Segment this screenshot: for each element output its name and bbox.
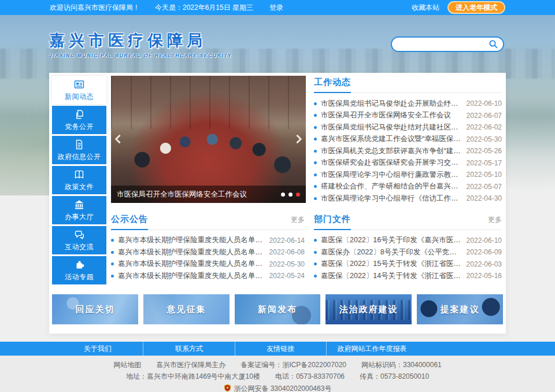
topbar: 欢迎访问嘉兴市医疗保障局！ 今天是：2022年6月15日 星期三 登录 收藏本站… <box>0 0 555 15</box>
address-text: 地址：嘉兴市中环南路1469号中南大厦10楼 <box>126 372 260 380</box>
sidebar-item-policy-files[interactable]: 政策文件 <box>52 166 106 194</box>
bullet-icon <box>314 185 317 188</box>
newspaper-icon <box>73 79 85 90</box>
footer-nav-contact[interactable]: 联系方式 <box>143 342 234 356</box>
book-icon <box>73 169 85 180</box>
sidebar-item-party-affairs[interactable]: 党务公开 <box>52 106 106 134</box>
carousel-next-icon[interactable] <box>293 135 302 144</box>
current-date: 今天是：2022年6月15日 星期三 <box>155 3 253 13</box>
news-item[interactable]: 市医保局党组书记马俊华赴结对共建社区指导全国文... 2022-06-02 <box>314 121 502 134</box>
elder-mode-button[interactable]: 进入老年模式 <box>447 1 505 14</box>
bullet-icon <box>111 262 114 265</box>
dept-files-more-link[interactable]: 更多 <box>488 215 502 230</box>
sidebar: 新闻动态 党务公开 政府信息公开 <box>52 76 106 286</box>
dept-files-list: 嘉医保〔2022〕16号关于印发《嘉兴市医疗保... 2022-06-10 嘉医… <box>314 235 502 282</box>
document-icon <box>73 139 85 150</box>
icp-number: 备案证编号：浙ICP备2022007020 <box>240 361 346 369</box>
news-item[interactable]: 搭建校企合作、产学研相结合的平台嘉兴市长期护理... 2022-05-07 <box>314 181 502 193</box>
work-news-section: 工作动态 市医保局党组书记马俊华赴企开展助企纾困活动 2022-06-10 <box>312 76 503 205</box>
site-title: 嘉兴市医疗保障局 <box>49 30 232 51</box>
public-security-link[interactable]: 浙公网安备 33040202000463号 <box>234 384 332 392</box>
bullet-icon <box>314 197 317 200</box>
bullet-icon <box>314 150 317 153</box>
banner-rule-of-law[interactable]: 法治政府建设 <box>325 294 412 324</box>
news-carousel[interactable]: 市医保局召开全市医保网络安全工作会议 <box>111 76 306 203</box>
notices-list: 嘉兴市本级长期护理保险重度失能人员名单公示（2... 2022-06-14 嘉兴… <box>111 235 305 282</box>
dept-files-section: 部门文件 更多 嘉医保〔2022〕16号关于印发《嘉兴市医疗保... 2022-… <box>312 213 503 282</box>
carousel-dot[interactable] <box>281 193 285 197</box>
search-box <box>391 36 504 52</box>
bank-icon <box>73 199 85 210</box>
page: 欢迎访问嘉兴市医疗保障局！ 今天是：2022年6月15日 星期三 登录 收藏本站… <box>0 0 555 392</box>
carousel-caption[interactable]: 市医保局召开全市医保网络安全工作会议 <box>117 190 276 199</box>
banner-news-release[interactable]: 新闻发布 <box>235 294 321 324</box>
news-item[interactable]: 市医保局召开全市医保网络安全工作会议 2022-06-07 <box>314 110 502 122</box>
footer-nav: 关于我们 联系方式 友情链接 政府网站工作年度报表 <box>0 342 555 356</box>
banner-row: 回应关切 意见征集 新闻发布 法治政府建设 提案建议 <box>52 294 503 324</box>
puzzle-icon <box>73 259 85 271</box>
bullet-icon <box>314 102 317 105</box>
sidebar-item-service-hall[interactable]: 办事大厅 <box>52 196 106 224</box>
work-news-list: 市医保局党组书记马俊华赴企开展助企纾困活动 2022-06-10 市医保局召开全… <box>314 98 502 205</box>
notices-section: 公示公告 更多 嘉兴市本级长期护理保险重度失能人员名单公示（2... 2022-… <box>111 213 306 282</box>
notice-item[interactable]: 嘉兴市本级长期护理保险重度失能人员名单公示（2... 2022-06-14 <box>111 235 305 247</box>
bullet-icon <box>314 138 317 140</box>
footer-nav-annual-report[interactable]: 政府网站工作年度报表 <box>326 342 417 356</box>
bullet-icon <box>314 161 317 164</box>
bullet-icon <box>314 275 317 278</box>
bullet-icon <box>314 173 317 176</box>
work-news-title[interactable]: 工作动态 <box>314 77 351 93</box>
site-subtitle: JIAXING MUNICIPAL BUREAU OF HEALTHCARE S… <box>49 53 232 58</box>
dept-files-title[interactable]: 部门文件 <box>314 214 351 230</box>
documents-icon <box>73 109 85 120</box>
sidebar-item-label: 互动交流 <box>65 242 94 252</box>
sidebar-item-label: 新闻动态 <box>65 92 94 102</box>
favorite-link[interactable]: 收藏本站 <box>412 3 439 13</box>
bullet-icon <box>314 262 317 265</box>
news-item[interactable]: 市医保局理论学习中心组举行廉政警示教育专题学习... 2022-05-10 <box>314 169 502 181</box>
news-item[interactable]: 市医保局机关党总支部获评嘉兴市争创“建设清廉机... 2022-05-26 <box>314 145 502 157</box>
bullet-icon <box>314 251 317 254</box>
chat-icon <box>73 229 85 241</box>
sidebar-item-gov-info[interactable]: 政府信息公开 <box>52 136 106 164</box>
notice-item[interactable]: 嘉兴市本级长期护理保险重度失能人员名单公示（2... 2022-05-30 <box>111 258 305 271</box>
sidebar-item-interaction[interactable]: 互动交流 <box>52 226 106 254</box>
bullet-icon <box>111 239 114 242</box>
site-id-number: 网站标识码：3304000061 <box>361 361 442 369</box>
sidebar-item-label: 政府信息公开 <box>58 152 101 162</box>
fax-text: 传真：0573-82050010 <box>360 372 429 380</box>
banner-respond-concerns[interactable]: 回应关切 <box>52 294 138 324</box>
news-item[interactable]: 市医保局理论学习中心组举行《信访工作条例》专题... 2022-04-30 <box>314 193 502 205</box>
sidebar-item-special-topics[interactable]: 活动专题 <box>52 256 106 284</box>
banner-opinion-collection[interactable]: 意见征集 <box>143 294 230 324</box>
bullet-icon <box>111 251 114 254</box>
dept-file-item[interactable]: 嘉医保〔2022〕14号关于转发《浙江省医疗保... 2022-05-16 <box>314 270 502 282</box>
phone-text: 电话：0573-83370706 <box>275 372 345 380</box>
site-logo: 嘉兴市医疗保障局 JIAXING MUNICIPAL BUREAU OF HEA… <box>49 30 232 58</box>
carousel-prev-icon[interactable] <box>115 135 124 144</box>
sitemap-link[interactable]: 网站地图 <box>113 361 141 369</box>
host-text: 嘉兴市医疗保障局主办 <box>156 361 225 369</box>
notices-more-link[interactable]: 更多 <box>291 215 305 230</box>
search-input[interactable] <box>399 40 488 48</box>
footer-nav-about[interactable]: 关于我们 <box>52 342 143 356</box>
footer-nav-links[interactable]: 友情链接 <box>235 342 326 356</box>
bullet-icon <box>314 114 317 117</box>
notice-item[interactable]: 嘉兴市本级长期护理保险重度失能人员名单公示（2... 2022-05-24 <box>111 270 305 282</box>
news-item[interactable]: 嘉兴市医保系统党建工作会议暨“幸福医保”党建联... 2022-05-30 <box>314 134 502 146</box>
dept-file-item[interactable]: 嘉医保〔2022〕15号关于转发《浙江省医疗保... 2022-06-03 <box>314 258 502 271</box>
search-icon[interactable] <box>488 39 498 49</box>
news-item[interactable]: 市医保研究会赴省医保研究会开展学习交流活动 2022-05-17 <box>314 157 502 169</box>
carousel-dot[interactable] <box>288 193 293 197</box>
dept-file-item[interactable]: 嘉医保〔2022〕16号关于印发《嘉兴市医疗保... 2022-06-10 <box>314 235 502 247</box>
banner-proposals[interactable]: 提案建议 <box>417 294 503 324</box>
notices-title[interactable]: 公示公告 <box>111 214 148 230</box>
dept-file-item[interactable]: 嘉医保办〔2022〕8号关于印发《公平竞争审查... 2022-06-09 <box>314 246 502 258</box>
news-item[interactable]: 市医保局党组书记马俊华赴企开展助企纾困活动 2022-06-10 <box>314 98 502 110</box>
main-content: 新闻动态 党务公开 政府信息公开 <box>49 73 506 334</box>
sidebar-item-news[interactable]: 新闻动态 <box>52 76 106 104</box>
carousel-caption-bar: 市医保局召开全市医保网络安全工作会议 <box>111 186 306 203</box>
notice-item[interactable]: 嘉兴市本级长期护理保险重度失能人员名单公示（2... 2022-06-08 <box>111 246 305 258</box>
carousel-dot-active[interactable] <box>296 193 300 197</box>
login-link[interactable]: 登录 <box>269 3 283 13</box>
